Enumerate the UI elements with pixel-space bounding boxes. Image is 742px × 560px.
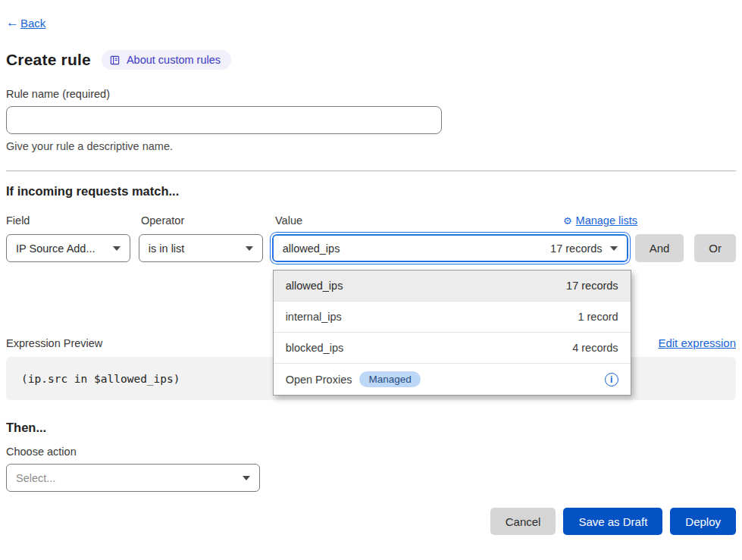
about-custom-rules-link[interactable]: About custom rules [102, 50, 231, 70]
title-row: Create rule About custom rules [6, 50, 736, 70]
create-rule-page: ← Back Create rule About custom rules Ru… [0, 0, 742, 560]
about-badge-label: About custom rules [127, 54, 221, 66]
rule-name-label: Rule name (required) [6, 88, 736, 100]
gear-icon: ⚙ [563, 215, 572, 227]
list-dropdown: allowed_ips 17 records internal_ips 1 re… [273, 270, 631, 396]
value-records-count: 17 records [550, 242, 603, 255]
footer-actions: Cancel Save as Draft Deploy [6, 508, 736, 535]
expression-code: (ip.src in $allowed_ips) [21, 373, 180, 385]
list-option-name: Open Proxies [286, 374, 352, 386]
save-draft-button[interactable]: Save as Draft [563, 508, 662, 535]
manage-lists-link[interactable]: ⚙ Manage lists [563, 214, 637, 227]
value-select-value: allowed_ips [283, 242, 340, 255]
then-heading: Then... [6, 421, 736, 435]
chevron-down-icon [113, 246, 121, 251]
manage-lists-label: Manage lists [576, 214, 637, 227]
chevron-down-icon [243, 476, 250, 480]
list-option-records: 1 record [578, 311, 618, 323]
or-button[interactable]: Or [694, 234, 736, 262]
list-option-name: blocked_ips [286, 342, 344, 354]
match-section-heading: If incoming requests match... [6, 184, 736, 199]
action-select-placeholder: Select... [16, 472, 55, 484]
chevron-down-icon [610, 246, 618, 251]
list-option-records: 17 records [566, 280, 618, 292]
field-label: Field [6, 214, 133, 227]
back-link[interactable]: ← Back [6, 15, 45, 30]
back-link-label: Back [20, 17, 45, 30]
list-option-name: internal_ips [286, 311, 342, 323]
expression-preview-label: Expression Preview [6, 337, 102, 349]
value-label: Value [275, 214, 302, 227]
rule-name-helper: Give your rule a descriptive name. [6, 140, 736, 152]
list-option-allowed-ips[interactable]: allowed_ips 17 records [274, 271, 631, 302]
list-option-open-proxies[interactable]: Open Proxies Managed i [274, 364, 631, 395]
rule-name-input[interactable] [6, 106, 442, 134]
action-select[interactable]: Select... [6, 464, 260, 492]
book-icon [109, 55, 121, 66]
info-icon[interactable]: i [605, 373, 618, 386]
cancel-button[interactable]: Cancel [490, 508, 556, 535]
and-button[interactable]: And [635, 234, 684, 262]
field-select-value: IP Source Add... [16, 242, 95, 255]
field-select[interactable]: IP Source Add... [6, 234, 130, 262]
value-select[interactable]: allowed_ips 17 records [272, 234, 628, 262]
page-title: Create rule [6, 51, 91, 69]
list-option-name: allowed_ips [286, 280, 343, 292]
value-select-wrap: allowed_ips 17 records allowed_ips 17 re… [271, 233, 630, 264]
back-arrow-icon: ← [6, 15, 19, 30]
section-divider [6, 171, 736, 171]
operator-label: Operator [141, 214, 268, 227]
choose-action-label: Choose action [6, 446, 736, 458]
list-option-blocked-ips[interactable]: blocked_ips 4 records [274, 333, 631, 364]
operator-select-value: is in list [149, 242, 185, 255]
managed-badge: Managed [359, 371, 420, 387]
condition-row: IP Source Add... is in list allowed_ips … [6, 233, 736, 264]
chevron-down-icon [246, 246, 253, 251]
edit-expression-link[interactable]: Edit expression [658, 336, 736, 349]
list-option-internal-ips[interactable]: internal_ips 1 record [274, 302, 631, 333]
list-option-records: 4 records [572, 342, 618, 354]
condition-labels-row: Field Operator Value ⚙ Manage lists [6, 214, 736, 227]
deploy-button[interactable]: Deploy [670, 508, 736, 535]
operator-select[interactable]: is in list [139, 234, 263, 262]
